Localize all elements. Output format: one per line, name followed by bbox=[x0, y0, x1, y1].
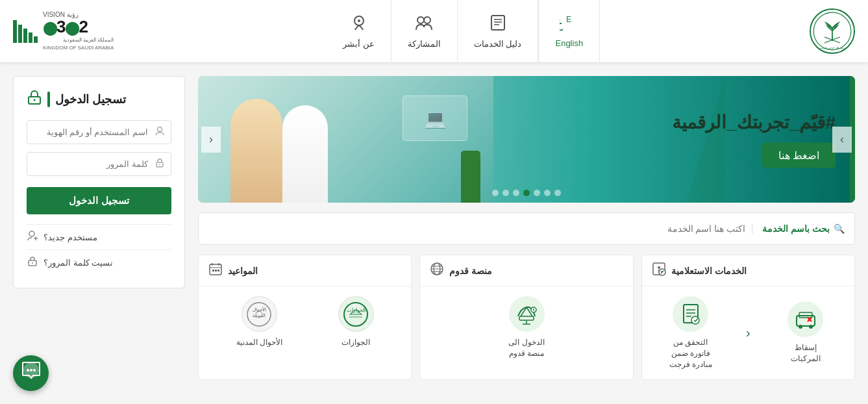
passports-item[interactable]: الجوازات الجوازات bbox=[338, 296, 374, 348]
banner-next-icon: › bbox=[840, 133, 844, 146]
svg-rect-7 bbox=[491, 16, 504, 30]
platform-access-item[interactable]: الدخول الى منصة قدوم bbox=[501, 296, 552, 359]
svg-point-16 bbox=[658, 266, 660, 269]
nav-item-services-guide[interactable]: دليل الخدمات bbox=[458, 0, 539, 63]
login-title-text: تسجيل الدخول bbox=[55, 92, 126, 107]
civil-affairs-item[interactable]: الأحوال المدنية الأحوال المدنية bbox=[236, 296, 282, 348]
platform-title: منصة قدوم bbox=[449, 266, 492, 276]
banner-dot-7[interactable] bbox=[492, 190, 499, 196]
bar-chart-icon bbox=[13, 20, 38, 43]
search-label: 🔍 بحث باسم الخدمة bbox=[752, 223, 845, 234]
banner-dot-6[interactable] bbox=[502, 190, 509, 196]
vehicle-cancellation-label: إسقاط المركبات bbox=[780, 342, 832, 364]
info-services-card: الخدمات الاستعلامية bbox=[641, 255, 855, 380]
banner-dot-1[interactable] bbox=[554, 190, 561, 196]
absher-icon bbox=[350, 14, 368, 35]
info-services-arrow[interactable]: ‹ bbox=[743, 322, 754, 344]
platform-icon bbox=[430, 262, 444, 279]
password-field-wrapper bbox=[27, 152, 171, 176]
appointments-body: الجوازات الجوازات الأحوال bbox=[199, 286, 411, 358]
right-section: تسجيل الدخول تسجيل الدخول bbox=[13, 76, 185, 380]
invoice-verify-label: التحقق من فاتورة ضمن مبادرة فرجت bbox=[665, 337, 717, 370]
forgot-password-link[interactable]: نسيت كلمة المرور؟ bbox=[27, 249, 171, 275]
banner: 💻 ‹ #قيّم_تجربتك_الرقمية اضغط هنا › bbox=[198, 76, 855, 203]
login-icon bbox=[27, 90, 42, 108]
vehicle-cancellation-item[interactable]: إسقاط المركبات bbox=[780, 301, 832, 364]
info-services-title: الخدمات الاستعلامية bbox=[671, 266, 747, 276]
search-label-text: بحث باسم الخدمة bbox=[762, 223, 830, 234]
svg-text:ع: ع bbox=[560, 14, 563, 31]
username-input[interactable] bbox=[27, 120, 171, 144]
username-field-wrapper bbox=[27, 120, 171, 144]
info-services-icon bbox=[652, 262, 666, 279]
vision-sub: المملكة العربية السعوديةKINGDOM OF SAUDI… bbox=[43, 36, 114, 51]
banner-dot-5[interactable] bbox=[513, 190, 519, 196]
platform-header: منصة قدوم bbox=[420, 255, 632, 286]
svg-rect-51 bbox=[217, 270, 219, 271]
nav-label-absher: عن أبشر bbox=[343, 39, 375, 49]
passports-icon-circle: الجوازات bbox=[338, 296, 374, 332]
svg-point-61 bbox=[34, 99, 36, 101]
chat-icon bbox=[21, 361, 41, 385]
search-input[interactable] bbox=[208, 223, 745, 234]
header: بسم الله الرحمن الرحيم عE English دليل ا… bbox=[0, 0, 868, 63]
banner-dot-4[interactable] bbox=[523, 190, 530, 196]
info-services-header: الخدمات الاستعلامية bbox=[642, 255, 854, 286]
svg-text:E: E bbox=[566, 15, 571, 24]
vision-logo-area: رؤية VISION 2⬤3⬤ المملكة العربية السعودي… bbox=[13, 11, 117, 51]
banner-dot-3[interactable] bbox=[534, 190, 540, 196]
invoice-verify-item[interactable]: التحقق من فاتورة ضمن مبادرة فرجت bbox=[665, 296, 717, 370]
password-input[interactable] bbox=[27, 152, 171, 176]
svg-point-65 bbox=[29, 231, 34, 236]
appointments-icon bbox=[208, 262, 223, 279]
svg-point-71 bbox=[27, 369, 29, 372]
svg-point-72 bbox=[30, 369, 32, 372]
participation-icon bbox=[414, 14, 434, 35]
banner-content: #قيّم_تجربتك_الرقمية اضغط هنا bbox=[672, 111, 836, 168]
banner-prev-icon: ‹ bbox=[209, 133, 213, 146]
search-bar: 🔍 بحث باسم الخدمة bbox=[198, 212, 855, 245]
forgot-password-icon bbox=[27, 255, 38, 270]
search-icon: 🔍 bbox=[834, 223, 845, 234]
svg-point-31 bbox=[691, 316, 699, 324]
services-guide-icon bbox=[489, 14, 507, 35]
nav-item-participation[interactable]: المشاركة bbox=[391, 0, 458, 63]
svg-point-73 bbox=[33, 369, 36, 372]
main-content: 💻 ‹ #قيّم_تجربتك_الرقمية اضغط هنا › bbox=[0, 63, 868, 393]
new-user-link[interactable]: مستخدم جديد؟ bbox=[27, 224, 171, 249]
svg-point-12 bbox=[424, 17, 430, 23]
banner-prev-button[interactable]: ‹ bbox=[201, 127, 221, 153]
svg-point-11 bbox=[417, 17, 424, 23]
vision-text-area: رؤية VISION 2⬤3⬤ المملكة العربية السعودي… bbox=[43, 11, 114, 51]
platform-access-icon bbox=[509, 296, 545, 332]
nav-label-participation: المشاركة bbox=[408, 39, 441, 49]
banner-cta-button[interactable]: اضغط هنا bbox=[762, 142, 836, 168]
nav-item-absher[interactable]: عن أبشر bbox=[327, 0, 391, 63]
chat-button[interactable] bbox=[13, 355, 49, 391]
banner-dots bbox=[492, 190, 561, 196]
svg-point-69 bbox=[32, 262, 33, 264]
passports-label: الجوازات bbox=[341, 337, 370, 348]
svg-rect-49 bbox=[212, 270, 214, 271]
nav-label-english: English bbox=[555, 38, 583, 48]
banner-dot-2[interactable] bbox=[544, 190, 551, 196]
svg-rect-39 bbox=[519, 316, 534, 320]
login-title-area: تسجيل الدخول bbox=[27, 90, 171, 108]
login-button[interactable]: تسجيل الدخول bbox=[27, 187, 171, 214]
nav-label-services-guide: دليل الخدمات bbox=[474, 39, 522, 49]
username-icon bbox=[155, 126, 165, 139]
svg-point-20 bbox=[661, 271, 662, 272]
appointments-card: المواعيد الجوازات bbox=[198, 255, 412, 380]
platform-access-label: الدخول الى منصة قدوم bbox=[501, 337, 552, 359]
svg-text:بسم الله الرحمن الرحيم: بسم الله الرحمن الرحيم bbox=[820, 46, 845, 49]
service-cards: الخدمات الاستعلامية bbox=[198, 255, 855, 380]
vehicle-cancellation-icon-circle bbox=[787, 301, 823, 337]
password-icon bbox=[155, 158, 165, 171]
info-services-body: إسقاط المركبات ‹ bbox=[642, 286, 854, 379]
banner-next-button[interactable]: › bbox=[832, 127, 852, 153]
nav-item-english[interactable]: عE English bbox=[538, 0, 600, 63]
new-user-label: مستخدم جديد؟ bbox=[43, 233, 97, 242]
svg-point-62 bbox=[158, 127, 162, 131]
svg-point-23 bbox=[799, 325, 802, 329]
invoice-verify-icon-circle bbox=[673, 296, 708, 332]
